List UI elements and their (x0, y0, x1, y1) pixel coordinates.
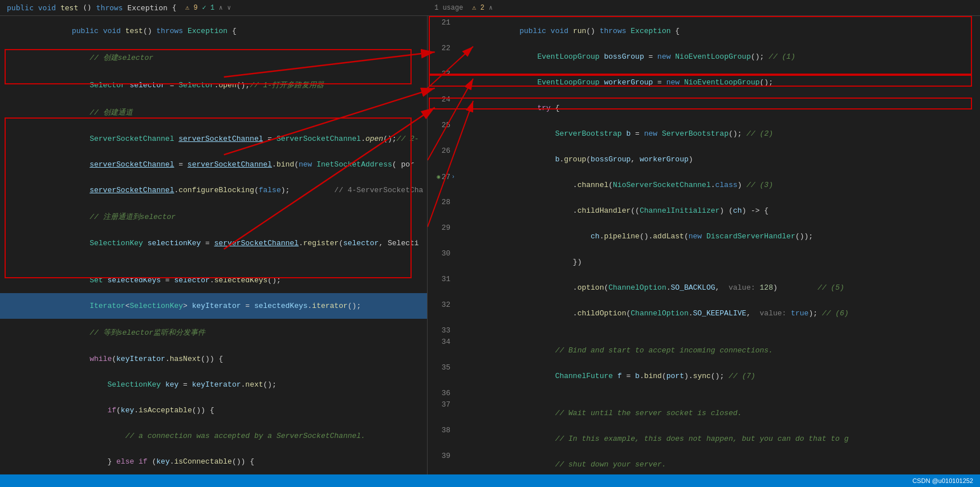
line-content: serverSocketChannel = serverSocketChanne… (27, 152, 422, 177)
right-code-line-35: 35 ChannelFuture f = b.bind(port).sync()… (428, 363, 980, 389)
warn-badge-right: ⚠ 2 (472, 3, 485, 12)
line-num-23: 23 (428, 70, 457, 78)
line-num-35: 35 (428, 363, 457, 372)
code-line: // 创建通道 (0, 99, 427, 126)
line-num-32: 32 (428, 301, 457, 309)
panel-header: public void test () throws Exception { ⚠… (0, 0, 980, 16)
code-line: // a connection was accepted by a Server… (0, 423, 427, 449)
right-code-line-31: 31 .option(ChannelOption.SO_BACKLOG, val… (428, 275, 980, 301)
line-content: public void test() throws Exception { (27, 18, 422, 44)
line-content-32: .childOption(ChannelOption.SO_KEEPALIVE,… (457, 301, 975, 326)
line-content: SelectionKey key = keyIterator.next(); (27, 372, 422, 397)
line-content-23: EventLoopGroup workerGroup = new NioEven… (457, 70, 975, 95)
right-code-line-39: 39 // shut down your server. (428, 452, 980, 474)
right-code-line-28: 28 .childHandler((ChannelInitializer) (c… (428, 198, 980, 224)
right-code-line-23: 23 EventLoopGroup workerGroup = new NioE… (428, 70, 980, 95)
line-content-39: // shut down your server. (457, 452, 975, 474)
left-method-sig: public void test () throws Exception { (7, 3, 176, 12)
warn-badge-left: ⚠ 9 (185, 3, 198, 12)
right-code-line-34: 34 // Bind and start to accept incoming … (428, 338, 980, 363)
line-num-25: 25 (428, 121, 457, 129)
code-line: serverSocketChannel.configureBlocking(fa… (0, 177, 427, 203)
right-code-line-22: 22 EventLoopGroup bossGroup = new NioEve… (428, 44, 980, 70)
line-content-21: public void run() throws Exception { (457, 18, 975, 44)
left-header: public void test () throws Exception { ⚠… (0, 0, 428, 16)
line-num-34: 34 (428, 338, 457, 346)
code-line: serverSocketChannel = serverSocketChanne… (0, 152, 427, 177)
code-line: public void test() throws Exception { (0, 18, 427, 44)
line-content-30: }) (457, 249, 975, 275)
bottom-bar: CSDN @u010101252 (0, 474, 980, 487)
chevron-up-left[interactable]: ∧ (219, 4, 223, 11)
line-content (27, 256, 422, 265)
right-code-line-32: 32 .childOption(ChannelOption.SO_KEEPALI… (428, 301, 980, 326)
line-content: serverSocketChannel.configureBlocking(fa… (27, 177, 423, 203)
right-code-line-29: 29 ch.pipeline().addLast(new DiscardServ… (428, 224, 980, 249)
code-line: Iterator<SelectionKey> keyIterator = sel… (0, 293, 427, 319)
line-content-38: // In this example, this does not happen… (457, 426, 975, 452)
line-content-36 (457, 389, 975, 397)
right-code-line-36: 36 (428, 389, 980, 400)
line-content: SelectionKey selectionKey = serverSocket… (27, 230, 422, 256)
code-line: SelectionKey selectionKey = serverSocket… (0, 230, 427, 256)
line-num-30: 30 (428, 249, 457, 258)
right-code-line-37: 37 // Wait until the server socket is cl… (428, 400, 980, 426)
code-line: } else if (key.isConnectable()) { (0, 449, 427, 474)
line-content: } else if (key.isConnectable()) { (27, 449, 422, 474)
line-content-22: EventLoopGroup bossGroup = new NioEventL… (457, 44, 975, 70)
line-content: // 等到selector监听和分发事件 (27, 319, 422, 346)
left-panel: public void test() throws Exception { //… (0, 16, 428, 474)
line-content: ServerSocketChannel serverSocketChannel … (27, 126, 422, 152)
usage-text: 1 usage (434, 4, 463, 12)
right-code-line-33: 33 (428, 326, 980, 338)
check-badge-left: ✓ 1 (202, 3, 215, 12)
line-num-29: 29 (428, 224, 457, 232)
line-content: // 注册通道到selector (27, 203, 422, 230)
line-content-34: // Bind and start to accept incoming con… (457, 338, 975, 363)
line-num-37: 37 (428, 400, 457, 409)
code-line: Set selectedKeys = selector.selectedKeys… (0, 267, 427, 293)
line-content: Set selectedKeys = selector.selectedKeys… (27, 267, 422, 293)
chevron-down-left[interactable]: ∨ (227, 4, 231, 11)
code-line: // 等到selector监听和分发事件 (0, 319, 427, 346)
watermark: CSDN @u010101252 (912, 477, 973, 484)
line-content-35: ChannelFuture f = b.bind(port).sync(); /… (457, 363, 975, 389)
right-code-line-25: 25 ServerBootstrap b = new ServerBootstr… (428, 121, 980, 147)
line-num-36: 36 (428, 389, 457, 397)
line-num-33: 33 (428, 326, 457, 335)
code-line: // 创建selector (0, 44, 427, 71)
line-num-22: 22 (428, 44, 457, 52)
line-content: if(key.isAcceptable()) { (27, 397, 422, 423)
right-code-line-24: 24 try { (428, 95, 980, 121)
line-num-21: 21 (428, 18, 457, 27)
right-code-area: 21 public void run() throws Exception { … (428, 16, 980, 474)
line-content-28: .childHandler((ChannelInitializer) (ch) … (457, 198, 975, 224)
line-num-38: 38 (428, 426, 457, 435)
line-content: while(keyIterator.hasNext()) { (27, 346, 422, 372)
left-code-area: public void test() throws Exception { //… (0, 16, 427, 474)
line-content-26: b.group(bossGroup, workerGroup) (457, 147, 975, 172)
right-code-line-38: 38 // In this example, this does not hap… (428, 426, 980, 452)
line-content: Iterator<SelectionKey> keyIterator = sel… (27, 293, 422, 319)
line-num-31: 31 (428, 275, 457, 283)
line-content-25: ServerBootstrap b = new ServerBootstrap(… (457, 121, 975, 147)
line-content: // 创建selector (27, 44, 422, 71)
code-line: if(key.isAcceptable()) { (0, 397, 427, 423)
line-content-33 (457, 326, 975, 335)
line-content-24: try { (457, 95, 975, 121)
right-header-bar: 1 usage ⚠ 2 ∧ (428, 0, 980, 16)
right-code-line-26: 26 b.group(bossGroup, workerGroup) (428, 147, 980, 172)
line-num-27: ◉ 27 › (428, 173, 457, 181)
line-num-39: 39 (428, 452, 457, 460)
right-panel: 21 public void run() throws Exception { … (428, 16, 980, 474)
chevron-up-right[interactable]: ∧ (489, 4, 493, 11)
editor-container: public void test() throws Exception { //… (0, 16, 980, 474)
code-line: ServerSocketChannel serverSocketChannel … (0, 126, 427, 152)
code-line (0, 256, 427, 267)
code-line: SelectionKey key = keyIterator.next(); (0, 372, 427, 397)
line-content: // a connection was accepted by a Server… (27, 423, 422, 449)
line-num-27-text: 27 (441, 173, 450, 181)
code-line: // 注册通道到selector (0, 203, 427, 230)
code-line: Selector selector = Selector.open();// 1… (0, 71, 427, 99)
line-content: Selector selector = Selector.open();// 1… (27, 71, 422, 99)
